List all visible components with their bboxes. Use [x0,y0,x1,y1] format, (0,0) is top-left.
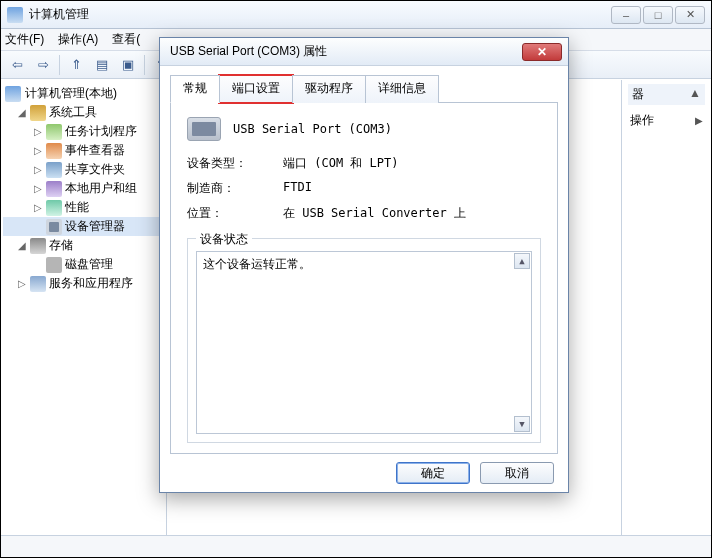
tab-general[interactable]: 常规 [170,75,220,103]
toolbar-separator [144,55,145,75]
value-location: 在 USB Serial Converter 上 [283,205,466,222]
tab-driver[interactable]: 驱动程序 [292,75,366,103]
expand-icon[interactable]: ▷ [33,183,43,194]
no-expand [33,221,43,232]
tree-node-storage[interactable]: ◢ 存储 [3,236,164,255]
collapse-icon[interactable]: ◢ [17,240,27,251]
tree-label: 设备管理器 [65,218,125,235]
chevron-up-icon[interactable]: ▲ [689,86,701,100]
label-location: 位置： [187,205,283,222]
ok-button[interactable]: 确定 [396,462,470,484]
main-titlebar: 计算机管理 – □ ✕ [1,1,711,29]
dialog-titlebar[interactable]: USB Serial Port (COM3) 属性 ✕ [160,38,568,66]
back-button[interactable]: ⇦ [5,54,29,76]
tab-port-settings[interactable]: 端口设置 [219,75,293,103]
device-status-text: 这个设备运转正常。 [203,257,311,271]
device-status-group: 设备状态 这个设备运转正常。 ▲ ▼ [187,238,541,443]
tab-label: 详细信息 [378,81,426,95]
disk-icon [46,257,62,273]
tab-panel-general: USB Serial Port (COM3) 设备类型： 端口 (COM 和 L… [170,103,558,454]
dialog-body: 常规 端口设置 驱动程序 详细信息 USB Serial Port (COM3)… [160,66,568,492]
properties-dialog: USB Serial Port (COM3) 属性 ✕ 常规 端口设置 驱动程序… [159,37,569,493]
tree-label: 磁盘管理 [65,256,113,273]
tree-node-shared-folders[interactable]: ▷ 共享文件夹 [3,160,164,179]
expand-icon[interactable]: ▷ [17,278,27,289]
expand-icon[interactable]: ▷ [33,164,43,175]
toolbar-separator [59,55,60,75]
tree-root[interactable]: 计算机管理(本地) [3,84,164,103]
expand-icon[interactable]: ▷ [33,202,43,213]
window-title: 计算机管理 [29,6,611,23]
share-icon [46,162,62,178]
task-icon [46,124,62,140]
device-header: USB Serial Port (COM3) [187,117,541,141]
label-manufacturer: 制造商： [187,180,283,197]
tree-label: 性能 [65,199,89,216]
scroll-down-button[interactable]: ▼ [514,416,530,432]
device-info-rows: 设备类型： 端口 (COM 和 LPT) 制造商： FTDI 位置： 在 USB… [187,155,541,230]
scroll-up-button[interactable]: ▲ [514,253,530,269]
device-status-textarea[interactable]: 这个设备运转正常。 ▲ ▼ [196,251,532,434]
status-bar [1,535,711,557]
performance-icon [46,200,62,216]
collapse-icon[interactable]: ◢ [17,107,27,118]
cancel-label: 取消 [505,465,529,482]
forward-button[interactable]: ⇨ [31,54,55,76]
actions-header-label: 器 [632,87,644,101]
tree-node-device-manager[interactable]: 设备管理器 [3,217,164,236]
row-location: 位置： 在 USB Serial Converter 上 [187,205,541,222]
close-button[interactable]: ✕ [675,6,705,24]
storage-icon [30,238,46,254]
actions-pane: 器 ▲ 操作 ▶ [621,80,711,535]
actions-item-more[interactable]: 操作 ▶ [628,109,705,132]
no-expand [33,259,43,270]
tree-node-system-tools[interactable]: ◢ 系统工具 [3,103,164,122]
tab-label: 驱动程序 [305,81,353,95]
menu-file[interactable]: 文件(F) [5,31,44,48]
expand-icon[interactable]: ▷ [33,145,43,156]
menu-action[interactable]: 操作(A) [58,31,98,48]
tree-node-task-scheduler[interactable]: ▷ 任务计划程序 [3,122,164,141]
chevron-right-icon: ▶ [695,115,703,126]
dialog-buttons: 确定 取消 [170,454,558,484]
tab-label: 端口设置 [232,81,280,95]
tree-root-label: 计算机管理(本地) [25,85,117,102]
device-status-label: 设备状态 [196,231,252,248]
show-hide-tree-button[interactable]: ▤ [90,54,114,76]
device-manager-icon [46,219,62,235]
tree-node-event-viewer[interactable]: ▷ 事件查看器 [3,141,164,160]
tree-node-performance[interactable]: ▷ 性能 [3,198,164,217]
row-manufacturer: 制造商： FTDI [187,180,541,197]
label-device-type: 设备类型： [187,155,283,172]
app-icon [7,7,23,23]
serial-port-icon [187,117,221,141]
tree-node-local-users[interactable]: ▷ 本地用户和组 [3,179,164,198]
minimize-button[interactable]: – [611,6,641,24]
cancel-button[interactable]: 取消 [480,462,554,484]
properties-button[interactable]: ▣ [116,54,140,76]
tree-label: 任务计划程序 [65,123,137,140]
tree-label: 存储 [49,237,73,254]
tab-label: 常规 [183,81,207,95]
event-icon [46,143,62,159]
menu-view[interactable]: 查看( [112,31,140,48]
value-device-type: 端口 (COM 和 LPT) [283,155,398,172]
value-manufacturer: FTDI [283,180,312,197]
ok-label: 确定 [421,465,445,482]
tree-label: 服务和应用程序 [49,275,133,292]
expand-icon[interactable]: ▷ [33,126,43,137]
up-button[interactable]: ⇑ [64,54,88,76]
tree-label: 本地用户和组 [65,180,137,197]
dialog-close-button[interactable]: ✕ [522,43,562,61]
tree-node-services[interactable]: ▷ 服务和应用程序 [3,274,164,293]
actions-item-label: 操作 [630,112,654,129]
users-icon [46,181,62,197]
tree-label: 事件查看器 [65,142,125,159]
maximize-button[interactable]: □ [643,6,673,24]
tree-node-disk-management[interactable]: 磁盘管理 [3,255,164,274]
tree-pane: 计算机管理(本地) ◢ 系统工具 ▷ 任务计划程序 ▷ 事件查看器 ▷ 共享文件… [1,80,167,535]
tab-details[interactable]: 详细信息 [365,75,439,103]
computer-icon [5,86,21,102]
window-controls: – □ ✕ [611,6,705,24]
dialog-tabs: 常规 端口设置 驱动程序 详细信息 [170,74,558,103]
